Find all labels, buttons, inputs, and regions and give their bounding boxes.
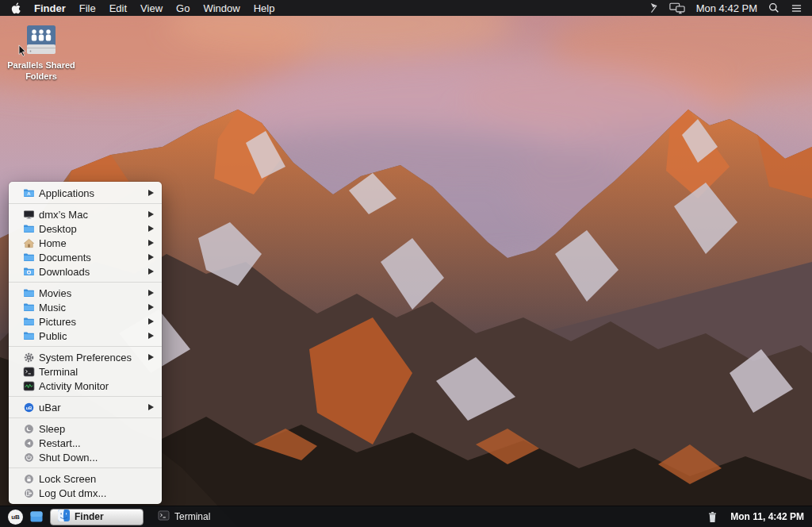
restart-icon — [22, 438, 35, 448]
menubar-right-icons — [768, 2, 802, 13]
menu-item-label: Pictures — [39, 316, 76, 328]
menubar-item-edit[interactable]: Edit — [109, 2, 127, 14]
applications-folder-icon: A — [22, 188, 35, 198]
task-button-label: Finder — [75, 511, 104, 522]
power-icon — [22, 452, 35, 463]
menu-separator — [9, 346, 162, 347]
finder-icon — [58, 510, 70, 524]
spotlight-search-icon[interactable] — [768, 2, 779, 13]
menu-bar: Finder FileEditViewGoWindowHelp Mon 4:42… — [0, 0, 812, 16]
menu-item-lock-screen[interactable]: Lock Screen — [9, 471, 162, 486]
menu-item-sleep[interactable]: Sleep — [9, 421, 162, 436]
menu-item-restart[interactable]: Restart... — [9, 436, 162, 450]
parallels-shared-folders-desktop-icon[interactable]: Parallels Shared Folders — [5, 24, 78, 83]
menu-item-desktop[interactable]: Desktop — [9, 221, 162, 236]
menu-item-label: Music — [39, 302, 66, 314]
menu-item-label: Movies — [39, 287, 71, 299]
computer-icon — [22, 210, 35, 220]
menubar-item-view[interactable]: View — [140, 2, 163, 14]
menu-item-pictures[interactable]: Pictures — [9, 314, 162, 329]
menu-item-dmx-s-mac[interactable]: dmx’s Mac — [9, 207, 162, 221]
menubar-app-menus: FileEditViewGoWindowHelp — [79, 2, 275, 14]
submenu-arrow-icon — [148, 304, 154, 310]
submenu-arrow-icon — [148, 254, 154, 260]
terminal-icon — [22, 367, 35, 377]
folder-icon — [22, 302, 35, 312]
sleep-icon — [22, 424, 35, 434]
terminal-icon — [158, 510, 170, 523]
menu-item-label: Applications — [39, 187, 94, 199]
notification-center-icon[interactable] — [791, 3, 802, 13]
logout-icon — [22, 488, 35, 498]
menu-item-label: Restart... — [39, 437, 81, 449]
menu-item-label: System Preferences — [39, 352, 132, 364]
menu-item-applications[interactable]: A Applications — [9, 186, 162, 200]
menu-item-movies[interactable]: Movies — [9, 286, 162, 300]
menu-item-activity-monitor[interactable]: Activity Monitor — [9, 379, 162, 393]
submenu-arrow-icon — [148, 333, 154, 339]
menu-item-label: Terminal — [39, 366, 78, 378]
blue-desktop-icon[interactable] — [30, 511, 43, 522]
gear-icon — [22, 352, 35, 363]
menu-item-label: Log Out dmx... — [39, 487, 106, 499]
folder-icon — [22, 224, 35, 233]
apple-icon — [11, 2, 21, 14]
menu-separator — [9, 417, 162, 418]
menu-item-documents[interactable]: Documents — [9, 250, 162, 264]
menubar-item-go[interactable]: Go — [176, 2, 190, 14]
folder-download-icon — [22, 267, 35, 276]
menu-item-label: Shut Down... — [39, 452, 98, 464]
folder-icon — [22, 288, 35, 298]
taskbar-tasks: Finder Terminal — [43, 509, 227, 525]
task-button-finder[interactable]: Finder — [50, 509, 144, 525]
apple-menu[interactable] — [11, 2, 21, 14]
ubar-context-menu: A Applications dmx’s Mac Desktop Home Do… — [9, 182, 162, 504]
folder-icon — [22, 317, 35, 326]
svg-text:uB: uB — [25, 405, 31, 410]
submenu-arrow-icon — [148, 404, 154, 410]
menu-item-label: Downloads — [39, 266, 90, 278]
ubar-menu-button[interactable]: uB — [8, 510, 23, 525]
menu-separator — [9, 203, 162, 204]
menu-item-label: Documents — [39, 252, 91, 264]
submenu-arrow-icon — [148, 225, 154, 232]
mouse-cursor-icon — [18, 44, 27, 60]
menu-item-label: dmx’s Mac — [39, 209, 88, 221]
menu-item-music[interactable]: Music — [9, 300, 162, 314]
menu-item-log-out-dmx[interactable]: Log Out dmx... — [9, 486, 162, 500]
submenu-arrow-icon — [148, 268, 154, 275]
submenu-arrow-icon — [148, 290, 154, 296]
svg-text:A: A — [27, 191, 31, 196]
submenu-arrow-icon — [148, 318, 154, 325]
parallels-flag-icon[interactable] — [649, 2, 660, 13]
menu-item-shut-down[interactable]: Shut Down... — [9, 450, 162, 464]
menu-item-terminal[interactable]: Terminal — [9, 364, 162, 379]
ubar-icon: uB — [22, 402, 35, 413]
menu-item-label: Home — [39, 237, 67, 249]
menubar-item-window[interactable]: Window — [203, 2, 239, 14]
task-button-label: Terminal — [174, 511, 210, 522]
menu-item-public[interactable]: Public — [9, 329, 162, 343]
menu-item-downloads[interactable]: Downloads — [9, 264, 162, 279]
menu-item-label: Sleep — [39, 423, 65, 435]
menubar-item-help[interactable]: Help — [254, 2, 275, 14]
shared-displays-icon[interactable] — [669, 2, 685, 14]
menubar-item-file[interactable]: File — [79, 2, 96, 14]
ubar-taskbar: uB Finder Terminal Mon 11, 4:42 PM — [0, 506, 812, 527]
shared-drive-icon — [22, 24, 60, 57]
menubar-clock[interactable]: Mon 4:42 PM — [696, 2, 757, 14]
folder-icon — [22, 252, 35, 262]
menu-separator — [9, 282, 162, 283]
menubar-app-name[interactable]: Finder — [34, 2, 66, 14]
menu-item-home[interactable]: Home — [9, 236, 162, 250]
menu-item-ubar[interactable]: uB uBar — [9, 400, 162, 414]
folder-icon — [22, 331, 35, 340]
menu-item-label: Public — [39, 330, 67, 342]
menu-item-label: Desktop — [39, 223, 77, 235]
menu-item-system-preferences[interactable]: System Preferences — [9, 350, 162, 364]
trash-icon[interactable] — [707, 511, 718, 523]
taskbar-clock[interactable]: Mon 11, 4:42 PM — [730, 511, 804, 522]
menu-item-label: uBar — [39, 402, 60, 414]
task-button-terminal[interactable]: Terminal — [151, 509, 227, 525]
submenu-arrow-icon — [148, 354, 154, 360]
